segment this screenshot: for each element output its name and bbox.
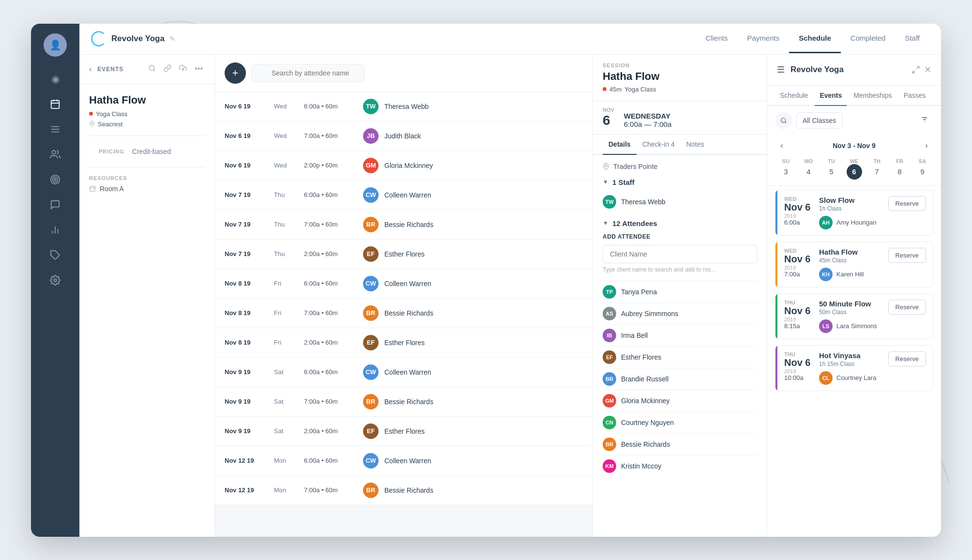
sidebar-icon-chat[interactable] [45,194,66,215]
attendee-avatar: EF [603,350,616,364]
schedule-row[interactable]: Nov 12 19 Mon 6:00a • 60m CW Colleen War… [215,446,592,476]
reserve-button[interactable]: Reserve [888,248,926,263]
tab-schedule[interactable]: Schedule [789,24,841,53]
schedule-row[interactable]: Nov 8 19 Fri 6:00a • 60m CW Colleen Warr… [215,269,592,299]
sidebar-icon-settings[interactable] [45,270,66,291]
event-card[interactable]: Wed Nov 6 2019 7:00a Hatha Flow 45m Clas… [775,242,933,288]
minimize-icon[interactable] [911,65,920,74]
event-attendee-avatar: KH [819,268,833,281]
edit-brand-icon[interactable]: ✎ [169,35,175,43]
tab-completed[interactable]: Completed [841,24,896,53]
weekday-cell[interactable]: Su 3 [775,156,797,182]
row-name: Colleen Warren [384,368,431,376]
sidebar-icon-dashboard[interactable]: ◉ [45,68,66,90]
weekday-cell[interactable]: Sa 9 [911,156,933,182]
session-date-block: NOV 6 [603,107,614,128]
schedule-row[interactable]: Nov 8 19 Fri 7:00a • 60m BR Bessie Richa… [215,299,592,328]
client-name-input[interactable] [603,245,757,263]
attendee-list-item[interactable]: CN Courtney Nguyen [603,411,757,433]
add-attendee-button[interactable]: + [225,62,246,84]
sidebar-icon-chart[interactable] [45,219,66,241]
reserve-button[interactable]: Reserve [888,196,926,211]
weekday-cell[interactable]: We 6 [843,156,865,182]
event-card[interactable]: Thu Nov 6 2019 8:15a 50 Minute Flow 50m … [775,293,933,339]
attendee-name: Gloria Mckinney [621,397,669,405]
row-name: Bessie Richards [384,398,433,406]
weekday-cell[interactable]: Fr 8 [889,156,911,182]
schedule-row[interactable]: Nov 9 19 Sat 2:00a • 60m EF Esther Flore… [215,417,592,446]
reserve-button[interactable]: Reserve [888,351,926,366]
tab-payments[interactable]: Payments [737,24,789,53]
attendee-list-item[interactable]: TP Tanya Pena [603,281,757,303]
event-location-label: Seacrest [98,121,122,128]
attendee-avatar: AS [603,307,616,320]
far-right-panel: ☰ Revolve Yoga ✕ Schedule Events Membesh… [767,55,941,537]
tab-clients[interactable]: Clients [696,24,738,53]
avatar[interactable]: 👤 [44,33,67,57]
schedule-row[interactable]: Nov 8 19 Fri 2:00a • 60m EF Esther Flore… [215,328,592,358]
far-right-header: ☰ Revolve Yoga ✕ [767,55,941,86]
far-right-tab-events[interactable]: Events [815,86,847,106]
weekday-date: 9 [915,164,930,180]
sub-area: ‹ EVENTS [79,55,941,537]
attendee-list-item[interactable]: GM Gloria Mckinney [603,390,757,411]
schedule-row[interactable]: Nov 12 19 Mon 7:00a • 60m BR Bessie Rich… [215,476,592,505]
date-nav-next[interactable]: › [920,139,933,152]
resource-icon [89,185,96,192]
collapse-arrow-icon: ▼ [603,179,608,185]
row-date: Nov 9 19 [225,398,268,405]
weekday-cell[interactable]: Th 7 [866,156,888,182]
sidebar-icon-list[interactable] [45,119,66,140]
sidebar-icon-people[interactable] [45,144,66,165]
event-card[interactable]: Thu Nov 6 2019 10:00a Hot Vinyasa 1h 15m… [775,345,933,391]
schedule-row[interactable]: Nov 6 19 Wed 7:00a • 60m JB Judith Black [215,121,592,151]
date-nav-prev[interactable]: ‹ [775,139,789,152]
schedule-row[interactable]: Nov 9 19 Sat 7:00a • 60m BR Bessie Richa… [215,387,592,417]
attendee-list-item[interactable]: IB Irma Bell [603,324,757,346]
schedule-row[interactable]: Nov 7 19 Thu 6:00a • 60m CW Colleen Warr… [215,181,592,210]
attendee-list-item[interactable]: KM Kristin Mccoy [603,455,757,477]
attendee-list-item[interactable]: BR Brandie Russell [603,368,757,390]
calendar-search-button[interactable] [775,112,792,129]
weekday-cell[interactable]: Tu 5 [820,156,842,182]
tab-staff[interactable]: Staff [895,24,929,53]
hamburger-icon[interactable]: ☰ [777,64,785,75]
staff-collapse-header[interactable]: ▼ 1 Staff [603,178,757,186]
sidebar-icon-target[interactable] [45,169,66,190]
event-card-header: Thu Nov 6 2019 10:00a Hot Vinyasa 1h 15m… [777,346,933,391]
staff-name: Theresa Webb [621,198,666,206]
far-right-tab-passes[interactable]: Passes [899,86,931,106]
close-icon[interactable]: ✕ [924,64,931,75]
reserve-button[interactable]: Reserve [888,300,926,315]
attendees-collapse-header[interactable]: ▼ 12 Attendees [603,219,757,227]
sidebar-icon-tag[interactable] [45,244,66,266]
weekday-cell[interactable]: Mo 4 [798,156,820,182]
session-tab-details[interactable]: Details [603,135,637,155]
search-action-icon[interactable] [146,62,158,76]
filter-button[interactable] [916,112,933,129]
schedule-row[interactable]: Nov 6 19 Wed 2:00p • 60m GM Gloria Mckin… [215,151,592,181]
schedule-row[interactable]: Nov 7 19 Thu 2:00a • 60m EF Esther Flore… [215,240,592,269]
schedule-row[interactable]: Nov 9 19 Sat 6:00a • 60m CW Colleen Warr… [215,358,592,387]
attendee-list-item[interactable]: BR Bessie Richards [603,433,757,455]
schedule-row[interactable]: Nov 6 19 Wed 6:00a • 60m TW Theresa Webb [215,92,592,121]
schedule-row[interactable]: Nov 7 19 Thu 7:00a • 60m BR Bessie Richa… [215,210,592,240]
far-right-tab-schedule[interactable]: Schedule [775,86,813,106]
session-tab-checkin[interactable]: Check-in 4 [637,135,681,155]
event-card[interactable]: Wed Nov 6 2019 6:00a Slow Flow 1h Class … [775,190,933,236]
link-action-icon[interactable] [162,62,173,76]
search-input[interactable] [252,64,364,82]
weekday-date: 8 [892,164,908,180]
cloud-action-icon[interactable] [177,62,189,76]
weekday-date: 4 [801,164,817,180]
session-tab-notes[interactable]: Notes [681,135,710,155]
row-avatar: BR [363,217,379,232]
sidebar-icon-calendar[interactable] [45,93,66,115]
far-right-tab-memberships[interactable]: Membeships [849,86,896,106]
event-card-daynum: Nov 6 [784,254,810,265]
attendee-list-item[interactable]: EF Esther Flores [603,346,757,368]
back-arrow-icon[interactable]: ‹ [89,65,91,74]
more-action-icon[interactable]: ••• [193,62,205,76]
attendee-list-item[interactable]: AS Aubrey Simmmons [603,303,757,324]
class-filter-select[interactable]: All Classes [796,112,843,129]
